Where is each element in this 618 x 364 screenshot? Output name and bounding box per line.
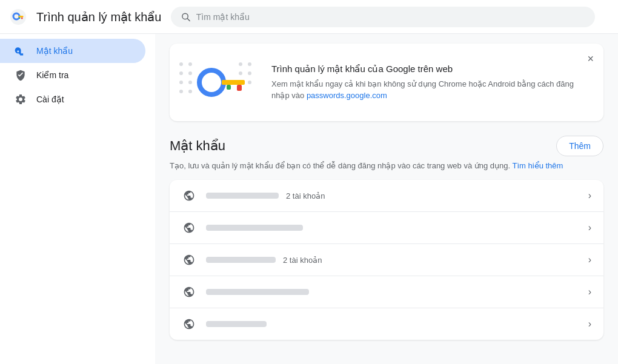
gear-icon [15,93,27,105]
banner-description: Xem mật khẩu ngay cả khi bạn không sử dụ… [271,78,589,102]
svg-point-13 [179,90,183,93]
svg-rect-18 [237,85,242,91]
password-list: 2 tài khoản › › [170,180,603,340]
password-domain-info [206,321,579,327]
svg-point-7 [179,62,183,66]
main-layout: Mật khẩu Kiểm tra Cài đặt [0,34,618,364]
logo [10,8,27,25]
site-globe-icon [182,285,196,299]
password-domain-info [206,225,579,231]
password-item[interactable]: › [170,308,603,340]
section-description: Tạo, lưu và quản lý mật khẩu để bạn có t… [170,161,603,170]
header: Trình quản lý mật khẩu [0,0,618,34]
password-accounts-label: 2 tài khoản [286,191,325,200]
site-globe-icon [182,253,196,267]
svg-rect-19 [227,85,231,90]
chevron-right-icon: › [588,254,591,265]
site-globe-icon [182,220,196,235]
add-password-button[interactable]: Thêm [556,136,603,156]
chevron-right-icon: › [588,319,591,329]
sidebar-label-settings: Cài đặt [36,94,64,104]
sidebar-item-checkup[interactable]: Kiểm tra [0,63,145,87]
svg-point-9 [179,71,183,75]
sidebar-label-checkup: Kiểm tra [36,70,68,80]
svg-rect-3 [21,17,23,19]
svg-point-23 [248,71,251,75]
key-illustration [193,64,248,101]
svg-point-8 [188,62,192,66]
close-banner-button[interactable]: × [585,51,596,67]
sidebar-item-passwords[interactable]: Mật khẩu [0,39,145,63]
sidebar-label-passwords: Mật khẩu [36,46,73,56]
sidebar-item-settings[interactable]: Cài đặt [0,87,145,111]
password-item[interactable]: 2 tài khoản › [170,180,603,212]
header-title: Trình quản lý mật khẩu [36,10,161,24]
svg-rect-17 [222,80,245,85]
chevron-right-icon: › [588,286,591,297]
banner-title: Trình quản lý mật khẩu của Google trên w… [271,64,589,74]
content: Trình quản lý mật khẩu của Google trên w… [155,34,618,364]
search-icon [181,12,191,22]
banner-link[interactable]: passwords.google.com [307,91,387,100]
section-title: Mật khẩu [170,138,225,154]
banner-illustration [184,58,257,107]
chevron-right-icon: › [588,190,591,201]
password-item[interactable]: 2 tài khoản › [170,244,603,276]
password-domain-info: 2 tài khoản [206,191,579,200]
password-accounts-label: 2 tài khoản [283,256,322,265]
svg-point-14 [188,90,192,93]
password-domain-bar [206,193,279,199]
site-globe-icon [182,317,196,331]
section-header: Mật khẩu Thêm [170,136,603,156]
password-domain-bar [206,289,309,295]
password-domain-bar [206,321,267,327]
site-globe-icon [182,188,196,203]
svg-point-21 [248,62,251,66]
password-domain-bar [206,225,303,231]
svg-point-11 [179,81,183,84]
password-domain-bar [206,257,276,263]
chevron-right-icon: › [588,222,591,233]
svg-point-25 [248,81,251,84]
svg-point-12 [188,81,192,84]
password-item[interactable]: › [170,276,603,308]
svg-line-6 [188,18,190,21]
search-input[interactable] [196,12,586,22]
password-domain-info: 2 tài khoản [206,256,579,265]
banner-text: Trình quản lý mật khẩu của Google trên w… [271,64,589,102]
svg-point-16 [206,77,217,88]
password-domain-info [206,289,579,295]
svg-point-10 [188,71,192,75]
learn-more-link[interactable]: Tìm hiểu thêm [513,161,563,170]
key-icon [15,45,27,57]
shield-icon [15,69,27,81]
password-item[interactable]: › [170,212,603,244]
sidebar: Mật khẩu Kiểm tra Cài đặt [0,34,155,364]
logo-icon [10,8,27,25]
svg-rect-4 [19,17,21,19]
search-bar[interactable] [171,7,595,27]
banner-card: Trình quản lý mật khẩu của Google trên w… [170,44,603,121]
svg-rect-2 [19,16,24,18]
